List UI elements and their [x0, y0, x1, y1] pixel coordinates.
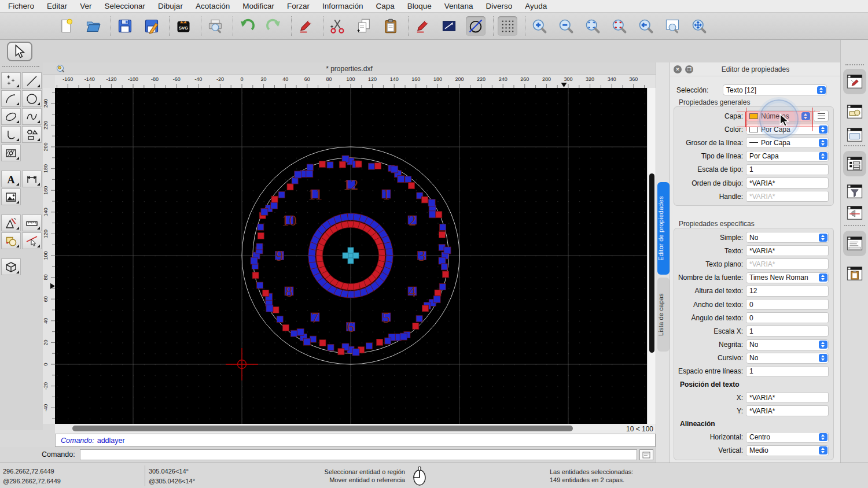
pos-x-field[interactable]: *VARIA*	[746, 392, 829, 403]
pos-y-field[interactable]: *VARIA*	[746, 405, 829, 416]
espacio-lineas-field[interactable]: 1	[746, 366, 829, 377]
document-tab-bar[interactable]: * properties.dxf	[43, 62, 656, 75]
draw-pencil-button[interactable]	[413, 16, 432, 36]
menu-forzar[interactable]: Forzar	[287, 2, 310, 10]
vertical-combobox[interactable]: Medio	[746, 445, 829, 456]
menu-ventana[interactable]: Ventana	[444, 2, 473, 10]
escala-tipo-field[interactable]: 1	[746, 164, 829, 175]
print-preview-button[interactable]	[205, 16, 225, 36]
menu-ayuda[interactable]: Ayuda	[525, 2, 547, 10]
texto-plano-field[interactable]: *VARIA*	[746, 258, 829, 269]
stepper-icon[interactable]	[819, 354, 827, 362]
image-tool-button[interactable]	[1, 188, 21, 205]
circle-tool-button[interactable]	[22, 90, 42, 107]
simple-combobox[interactable]: No	[746, 232, 829, 243]
points-tool-button[interactable]	[1, 72, 21, 89]
save-file-button[interactable]	[115, 16, 135, 36]
menu-capa[interactable]: Capa	[376, 2, 395, 10]
text-tool-button[interactable]: A	[1, 171, 21, 187]
zoom-auto-button[interactable]	[583, 16, 602, 36]
stepper-icon[interactable]	[819, 433, 827, 441]
altura-texto-field[interactable]: 12	[746, 286, 829, 297]
redo-button[interactable]	[264, 16, 284, 36]
zoom-out-button[interactable]	[556, 16, 576, 36]
stepper-icon[interactable]	[819, 152, 827, 160]
circle-draft-button[interactable]	[466, 16, 486, 36]
menu-seleccionar[interactable]: Seleccionar	[105, 2, 146, 10]
zoom-pan-button[interactable]	[689, 16, 709, 36]
menu-ver[interactable]: Ver	[80, 2, 91, 10]
command-input[interactable]	[80, 449, 637, 460]
new-file-button[interactable]	[57, 16, 76, 36]
stepper-icon[interactable]	[819, 341, 827, 349]
line-tool-button[interactable]	[22, 72, 42, 89]
negrita-combobox[interactable]: No	[746, 339, 829, 350]
zoom-selected-button[interactable]	[609, 16, 629, 36]
layer-list-dock-icon[interactable]	[843, 151, 866, 176]
ellipse-tool-button[interactable]	[1, 108, 21, 125]
svg-export-button[interactable]: SVG	[174, 16, 193, 36]
undo-button[interactable]	[237, 16, 257, 36]
copy-button[interactable]	[354, 16, 374, 36]
save-file-as-button[interactable]	[142, 16, 161, 36]
edit-entity-button[interactable]	[296, 16, 315, 36]
zoom-previous-button[interactable]	[636, 16, 656, 36]
cut-button[interactable]	[328, 16, 347, 36]
drawing-canvas[interactable]: 123456789101112	[55, 88, 647, 424]
stepper-icon[interactable]	[819, 139, 827, 147]
menu-acotacion[interactable]: Acotación	[196, 2, 230, 10]
stepper-icon[interactable]	[819, 446, 827, 454]
arc-tool-button[interactable]	[1, 90, 21, 107]
selection-arrow-button[interactable]	[7, 42, 32, 61]
escala-x-field[interactable]: 1	[746, 326, 829, 337]
menu-dibujar[interactable]: Dibujar	[158, 2, 183, 10]
clipboard-dock-icon[interactable]	[843, 261, 866, 286]
orden-dibujo-field[interactable]: *VARIA*	[746, 178, 829, 188]
deselect-tool-button[interactable]	[22, 232, 42, 249]
texto-field[interactable]: *VARIA*	[746, 245, 829, 256]
command-expand-button[interactable]	[639, 449, 653, 460]
horizontal-scrollbar-thumb[interactable]	[72, 426, 573, 431]
polygon-tool-button[interactable]	[22, 126, 42, 143]
stepper-icon[interactable]	[819, 234, 827, 242]
command-history-dock-icon[interactable]	[843, 231, 866, 256]
horizontal-scrollbar[interactable]	[55, 424, 622, 434]
zoom-in-button[interactable]	[529, 16, 549, 36]
property-editor-dock-icon[interactable]	[843, 69, 866, 94]
paste-button[interactable]	[381, 16, 400, 36]
zoom-window-button[interactable]	[663, 16, 682, 36]
open-file-button[interactable]	[83, 16, 103, 36]
box3d-tool-button[interactable]	[1, 258, 21, 275]
menu-informacion[interactable]: Información	[322, 2, 363, 10]
vertical-scrollbar-thumb[interactable]	[649, 173, 654, 353]
grosor-combobox[interactable]: Por Capa	[746, 137, 829, 148]
block-list-dock-icon[interactable]	[843, 99, 866, 124]
cursivo-combobox[interactable]: No	[746, 353, 829, 364]
menu-fichero[interactable]: Fichero	[8, 2, 34, 10]
stepper-icon[interactable]	[817, 86, 826, 94]
menu-modificar[interactable]: Modificar	[242, 2, 274, 10]
fuente-combobox[interactable]: Times New Roman	[746, 272, 829, 283]
modify-tool-button[interactable]	[1, 232, 21, 249]
horizontal-combobox[interactable]: Centro	[746, 432, 829, 443]
side-tab-layer-list[interactable]: Lista de capas	[657, 278, 670, 352]
block-explode-dock-icon[interactable]	[843, 200, 866, 225]
polyline-tool-button[interactable]	[1, 126, 21, 143]
drafting-tool-button[interactable]	[1, 215, 21, 231]
selection-combobox[interactable]: Texto [12]	[723, 84, 827, 95]
measure-tool-button[interactable]	[22, 215, 42, 231]
menu-editar[interactable]: Editar	[47, 2, 67, 10]
grid-toggle-button[interactable]	[498, 16, 517, 36]
command-widget-dock-icon[interactable]	[843, 122, 866, 147]
dimension-tool-button[interactable]	[22, 171, 42, 187]
line-draft-button[interactable]	[439, 16, 459, 36]
stepper-icon[interactable]	[819, 273, 827, 282]
side-tab-property-editor[interactable]: Editor de propiedades	[657, 182, 670, 275]
vertical-scrollbar[interactable]	[647, 88, 656, 424]
menu-diverso[interactable]: Diverso	[486, 2, 512, 10]
tipo-linea-combobox[interactable]: Por Capa	[746, 151, 829, 162]
ancho-texto-field[interactable]: 0	[746, 299, 829, 310]
handle-field[interactable]: *VARIA*	[746, 191, 829, 202]
menu-bloque[interactable]: Bloque	[407, 2, 432, 10]
hatch-tool-button[interactable]	[1, 145, 21, 161]
